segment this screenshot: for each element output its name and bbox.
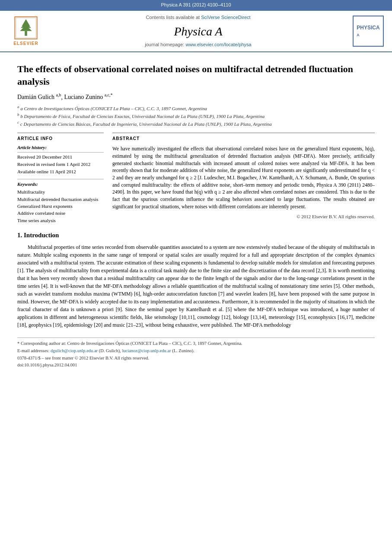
keyword-1: Multifractality	[17, 189, 104, 195]
journal-name: Physica A	[50, 23, 347, 40]
doi-line: doi:10.1016/j.physa.2012.04.001	[17, 362, 375, 369]
affiliation-c: c c Departamento de Ciencias Básicas, Fa…	[17, 120, 375, 127]
main-content: The effects of observational correlated …	[0, 52, 392, 378]
keyword-5: Time series analysis	[17, 217, 104, 224]
section-1-paragraph-1: Multifractal properties of time series r…	[17, 243, 375, 329]
affiliation-a: a a Centro de Investigaciones Ópticas (C…	[17, 104, 375, 112]
keyword-3: Generalized Hurst exponents	[17, 203, 104, 210]
keywords-label: Keywords:	[17, 181, 104, 188]
keywords-section: Keywords: Multifractality Multifractal d…	[17, 179, 104, 224]
physica-logo-text: PHYSICAA	[357, 24, 379, 39]
corresponding-footnote: * Corresponding author at: Centro de Inv…	[17, 341, 375, 347]
affiliations: a a Centro de Investigaciones Ópticas (C…	[17, 104, 375, 127]
email-gulich-link[interactable]: dgulich@ciop.unlp.edu.ar	[51, 348, 98, 353]
journal-header: ELSEVIER Contents lists available at Sci…	[0, 10, 392, 52]
article-info-abstract-columns: ARTICLE INFO Article history: Received 2…	[17, 133, 375, 224]
article-title: The effects of observational correlated …	[17, 63, 375, 88]
homepage-link[interactable]: www.elsevier.com/locate/physa	[185, 42, 251, 47]
email-zunino-link[interactable]: lucianoz@ciop.unlp.edu.ar	[122, 348, 171, 353]
received-date: Received 20 December 2011	[17, 154, 104, 160]
article-info-column: ARTICLE INFO Article history: Received 2…	[17, 133, 104, 224]
revised-date: Received in revised form 1 April 2012	[17, 161, 104, 168]
contents-available-line: Contents lists available at SciVerse Sci…	[50, 14, 347, 21]
available-date: Available online 11 April 2012	[17, 169, 104, 175]
abstract-heading: Abstract	[112, 136, 375, 142]
email-footnote: E-mail addresses: dgulich@ciop.unlp.edu.…	[17, 348, 375, 354]
abstract-text: We have numerically investigated the eff…	[112, 145, 375, 210]
issn-line: 0378-4371/$ – see front matter © 2012 El…	[17, 355, 375, 362]
homepage-line: journal homepage: www.elsevier.com/locat…	[50, 41, 347, 48]
article-history-label: Article history:	[17, 144, 104, 152]
elsevier-logo: ELSEVIER	[6, 16, 45, 47]
article-info-heading: ARTICLE INFO	[17, 136, 104, 142]
copyright-line: © 2012 Elsevier B.V. All rights reserved…	[112, 213, 375, 220]
footnote-area: * Corresponding author at: Centro de Inv…	[17, 338, 375, 369]
journal-citation: Physica A 391 (2012) 4100–4110	[161, 2, 231, 7]
author-zunino: Luciano Zunino a,c,*	[64, 94, 112, 100]
elsevier-text: ELSEVIER	[13, 41, 38, 47]
section-1-title: 1. Introduction	[17, 231, 375, 240]
physica-logo-box: PHYSICAA	[351, 16, 386, 47]
authors: Damián Gulich a,b, Luciano Zunino a,c,*	[17, 92, 375, 102]
top-bar: Physica A 391 (2012) 4100–4110	[0, 0, 392, 10]
abstract-column: Abstract We have numerically investigate…	[112, 133, 375, 224]
journal-center: Contents lists available at SciVerse Sci…	[50, 14, 347, 48]
keyword-4: Additive correlated noise	[17, 210, 104, 217]
elsevier-tree-icon	[13, 16, 39, 40]
svg-rect-1	[25, 31, 27, 36]
affiliation-b: b b Departamento de Física, Facultad de …	[17, 112, 375, 120]
author-gulich: Damián Gulich a,b	[17, 94, 61, 100]
keyword-2: Multifractal detrended fluctuation analy…	[17, 196, 104, 203]
sciverse-link[interactable]: SciVerse ScienceDirect	[201, 15, 250, 20]
physica-logo: PHYSICAA	[353, 16, 384, 47]
